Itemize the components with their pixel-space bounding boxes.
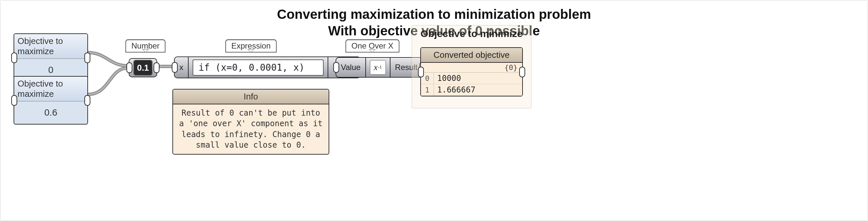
panel-header: Converted objective bbox=[421, 48, 522, 63]
port-grip[interactable] bbox=[519, 67, 525, 77]
port-grip[interactable] bbox=[333, 62, 339, 73]
component-label-expression: Expression bbox=[225, 39, 277, 52]
info-body: Result of 0 can't be put into a 'one ove… bbox=[173, 104, 329, 154]
port-grip[interactable] bbox=[154, 63, 159, 73]
number-icon: 0.1 bbox=[133, 60, 153, 76]
table-row: 010000 bbox=[421, 73, 522, 84]
number-component[interactable]: 0.1 bbox=[129, 58, 157, 77]
expression-text[interactable]: if (x=0, 0.0001, x) bbox=[193, 60, 323, 76]
group-label: Objective to minimize bbox=[412, 28, 531, 39]
port-grip[interactable] bbox=[172, 62, 178, 73]
input-panel-objective-a[interactable]: Objective to maximize 0 bbox=[13, 33, 88, 82]
grasshopper-canvas[interactable]: .w{fill:none;stroke:#8d8d8d;stroke-width… bbox=[0, 0, 868, 221]
panel-header: Objective to maximize bbox=[14, 34, 87, 59]
component-label-oneoverx: One Over X bbox=[345, 39, 399, 52]
info-header: Info bbox=[173, 89, 329, 104]
output-table: 010000 11.666667 bbox=[421, 73, 522, 96]
one-over-x-icon: x-1 bbox=[370, 60, 386, 75]
panel-value: 0.6 bbox=[14, 101, 87, 124]
port-grip[interactable] bbox=[11, 95, 17, 106]
info-panel[interactable]: Info Result of 0 can't be put into a 'on… bbox=[173, 89, 329, 155]
port-grip[interactable] bbox=[11, 52, 17, 63]
output-panel-converted[interactable]: Converted objective {0} 010000 11.666667 bbox=[420, 47, 523, 97]
port-grip[interactable] bbox=[126, 63, 132, 73]
panel-header: Objective to maximize bbox=[14, 77, 87, 101]
port-grip[interactable] bbox=[84, 52, 90, 63]
port-grip[interactable] bbox=[84, 95, 90, 106]
panel-column-header: {0} bbox=[421, 63, 522, 73]
table-row: 11.666667 bbox=[421, 84, 522, 96]
input-panel-objective-b[interactable]: Objective to maximize 0.6 bbox=[13, 76, 88, 124]
oox-input-port[interactable]: Value bbox=[336, 58, 366, 77]
component-label-number: Number bbox=[125, 39, 165, 52]
diagram-title-line1: Converting maximization to minimization … bbox=[0, 7, 868, 22]
one-over-x-component[interactable]: Value x-1 Result bbox=[336, 57, 423, 78]
expression-component[interactable]: x if (x=0, 0.0001, x) Result bbox=[174, 57, 361, 78]
port-grip[interactable] bbox=[418, 67, 424, 77]
